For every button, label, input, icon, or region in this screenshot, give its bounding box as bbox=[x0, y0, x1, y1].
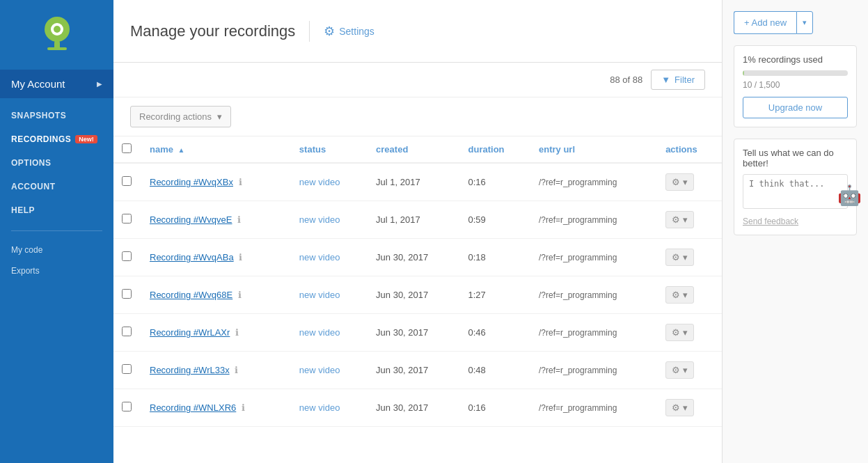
row-name-cell: Recording #Wvq68E ℹ bbox=[141, 276, 291, 314]
col-entry-url-label: entry url bbox=[539, 144, 575, 155]
add-new-button[interactable]: + Add new bbox=[734, 11, 796, 34]
row-name-cell: Recording #WvqABa ℹ bbox=[141, 239, 291, 276]
table-row: Recording #WrL33x ℹ new video Jun 30, 20… bbox=[113, 352, 722, 389]
row-duration-cell: 0:16 bbox=[460, 163, 530, 201]
row-actions-cell: ⚙ ▾ bbox=[657, 239, 722, 276]
sidebar-item-help[interactable]: HELP bbox=[0, 198, 113, 222]
recording-link[interactable]: Recording #WvqXBx bbox=[150, 177, 233, 187]
col-name-label: name bbox=[150, 144, 173, 155]
main-content: Manage your recordings ⚙ Settings 88 of … bbox=[113, 0, 722, 463]
sidebar-item-exports[interactable]: Exports bbox=[0, 260, 113, 281]
info-icon[interactable]: ℹ bbox=[235, 327, 239, 338]
row-action-gear[interactable]: ⚙ ▾ bbox=[665, 249, 694, 266]
info-icon[interactable]: ℹ bbox=[239, 252, 242, 262]
info-icon[interactable]: ℹ bbox=[239, 177, 242, 187]
info-icon[interactable]: ℹ bbox=[242, 402, 245, 413]
recording-link[interactable]: Recording #WNLXR6 bbox=[150, 402, 236, 413]
row-action-gear[interactable]: ⚙ ▾ bbox=[665, 399, 694, 416]
row-status-cell: new video bbox=[291, 201, 368, 239]
row-check-cell bbox=[113, 352, 141, 389]
row-name-cell: Recording #WvqveE ℹ bbox=[141, 201, 291, 239]
row-actions-cell: ⚙ ▾ bbox=[657, 314, 722, 352]
row-action-gear[interactable]: ⚙ ▾ bbox=[665, 286, 694, 304]
sidebar-item-options[interactable]: OPTIONS bbox=[0, 151, 113, 175]
recordings-used-widget: 1% recordings used 10 / 1,500 Upgrade no… bbox=[734, 45, 857, 127]
row-checkbox[interactable] bbox=[122, 214, 132, 223]
row-action-gear[interactable]: ⚙ ▾ bbox=[665, 361, 694, 379]
row-status-cell: new video bbox=[291, 239, 368, 276]
progress-bar-bg bbox=[743, 70, 848, 76]
row-created-cell: Jun 30, 2017 bbox=[368, 352, 459, 389]
row-created-cell: Jun 30, 2017 bbox=[368, 389, 459, 427]
sidebar-item-account[interactable]: ACCOUNT bbox=[0, 175, 113, 198]
sidebar-item-my-code[interactable]: My code bbox=[0, 240, 113, 260]
recording-link[interactable]: Recording #WrL33x bbox=[150, 365, 230, 375]
col-created-label: created bbox=[376, 144, 408, 155]
row-checkbox[interactable] bbox=[122, 251, 132, 261]
col-duration[interactable]: duration bbox=[460, 136, 530, 163]
row-checkbox[interactable] bbox=[122, 364, 132, 374]
page-header: Manage your recordings ⚙ Settings bbox=[113, 0, 722, 63]
recordings-count: 10 / 1,500 bbox=[743, 80, 848, 90]
row-checkbox[interactable] bbox=[122, 289, 132, 299]
row-checkbox[interactable] bbox=[122, 176, 132, 186]
col-status[interactable]: status bbox=[291, 136, 368, 163]
row-created-cell: Jul 1, 2017 bbox=[368, 201, 459, 239]
sidebar-nav: SNAPSHOTS RECORDINGS New! OPTIONS ACCOUN… bbox=[0, 104, 113, 222]
row-duration-cell: 0:16 bbox=[460, 389, 530, 427]
row-check-cell bbox=[113, 163, 141, 201]
row-duration-cell: 0:46 bbox=[460, 314, 530, 352]
select-all-checkbox[interactable] bbox=[122, 143, 132, 153]
recordings-used-title: 1% recordings used bbox=[743, 54, 848, 65]
info-icon[interactable]: ℹ bbox=[237, 214, 241, 225]
select-all-col bbox=[113, 136, 141, 163]
row-action-gear[interactable]: ⚙ ▾ bbox=[665, 324, 694, 341]
row-name-cell: Recording #WrLAXr ℹ bbox=[141, 314, 291, 352]
row-check-cell bbox=[113, 201, 141, 239]
svg-rect-4 bbox=[47, 47, 67, 50]
add-new-label: + Add new bbox=[744, 17, 787, 28]
recording-link[interactable]: Recording #WrLAXr bbox=[150, 327, 230, 338]
filter-button[interactable]: ▼ Filter bbox=[651, 70, 705, 90]
settings-link[interactable]: ⚙ Settings bbox=[324, 24, 374, 39]
my-account-item[interactable]: My Account ▶ bbox=[0, 70, 113, 98]
row-name-cell: Recording #WNLXR6 ℹ bbox=[141, 389, 291, 427]
col-name[interactable]: name ▲ bbox=[141, 136, 291, 163]
row-checkbox[interactable] bbox=[122, 327, 132, 336]
row-status-cell: new video bbox=[291, 389, 368, 427]
col-status-label: status bbox=[299, 144, 326, 155]
recording-actions-button[interactable]: Recording actions ▾ bbox=[130, 106, 231, 127]
my-account-label: My Account bbox=[11, 78, 65, 90]
logo[interactable] bbox=[0, 0, 113, 70]
col-duration-label: duration bbox=[468, 144, 505, 155]
recording-link[interactable]: Recording #Wvq68E bbox=[150, 290, 232, 300]
feedback-input[interactable] bbox=[743, 174, 848, 209]
row-actions-cell: ⚙ ▾ bbox=[657, 352, 722, 389]
sidebar-item-snapshots[interactable]: SNAPSHOTS bbox=[0, 104, 113, 127]
my-account-arrow-icon: ▶ bbox=[97, 80, 102, 88]
sidebar-sub-label: Exports bbox=[11, 266, 40, 276]
sidebar-sub-nav: My code Exports bbox=[0, 240, 113, 281]
row-duration-cell: 1:27 bbox=[460, 276, 530, 314]
info-icon[interactable]: ℹ bbox=[235, 365, 238, 375]
upgrade-now-button[interactable]: Upgrade now bbox=[743, 97, 848, 118]
send-feedback-link[interactable]: Send feedback bbox=[743, 217, 848, 226]
col-created[interactable]: created bbox=[368, 136, 459, 163]
filter-label: Filter bbox=[674, 74, 695, 85]
recording-link[interactable]: Recording #WvqveE bbox=[150, 214, 232, 225]
recording-link[interactable]: Recording #WvqABa bbox=[150, 252, 234, 262]
add-new-dropdown-button[interactable]: ▾ bbox=[796, 11, 813, 34]
row-action-gear[interactable]: ⚙ ▾ bbox=[665, 211, 694, 228]
col-entry-url[interactable]: entry url bbox=[530, 136, 657, 163]
recording-actions-label: Recording actions bbox=[139, 111, 212, 122]
info-icon[interactable]: ℹ bbox=[238, 290, 242, 300]
row-check-cell bbox=[113, 276, 141, 314]
row-status-cell: new video bbox=[291, 163, 368, 201]
filter-icon: ▼ bbox=[661, 74, 670, 85]
sidebar-item-recordings[interactable]: RECORDINGS New! bbox=[0, 127, 113, 151]
row-actions-cell: ⚙ ▾ bbox=[657, 389, 722, 427]
recordings-table-container: name ▲ status created duration entry url bbox=[113, 136, 722, 463]
row-checkbox[interactable] bbox=[122, 402, 132, 411]
row-action-gear[interactable]: ⚙ ▾ bbox=[665, 173, 694, 191]
table-header: name ▲ status created duration entry url bbox=[113, 136, 722, 163]
